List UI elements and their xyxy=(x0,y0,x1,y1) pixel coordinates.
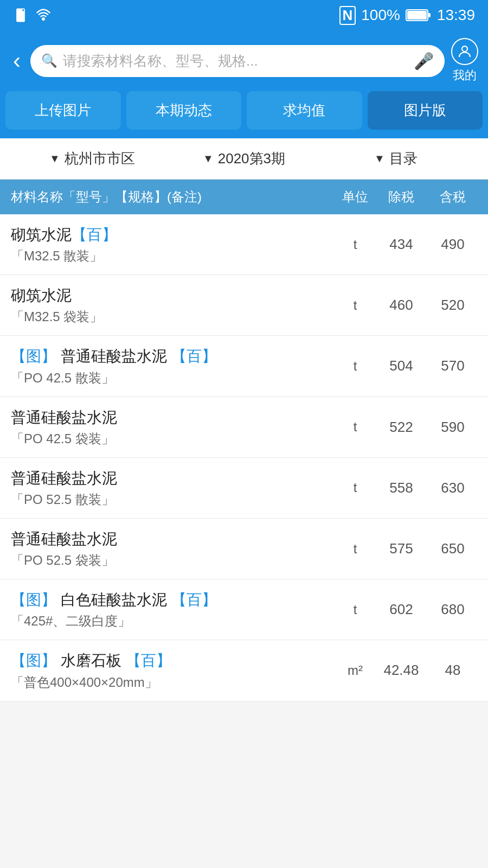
filter-label-period: 2020第3期 xyxy=(218,149,285,168)
filter-item-period[interactable]: ▼2020第3期 xyxy=(168,149,320,168)
row-notax: 602 xyxy=(374,601,428,618)
row-title: 普通硅酸盐水泥 xyxy=(11,468,336,489)
svg-rect-4 xyxy=(407,11,427,20)
row-tax: 490 xyxy=(428,236,477,253)
time-display: 13:39 xyxy=(437,7,475,24)
row-notax: 522 xyxy=(374,419,428,436)
row-content: 砌筑水泥 「M32.5 袋装」 xyxy=(11,285,336,326)
status-right-info: N 100% 13:39 xyxy=(339,6,475,25)
row-subtitle: 「PO 42.5 袋装」 xyxy=(11,430,336,448)
row-unit: t xyxy=(336,419,374,435)
action-buttons-row: 上传图片本期动态求均值图片版 xyxy=(0,91,488,138)
row-unit: t xyxy=(336,602,374,617)
row-tax: 520 xyxy=(428,297,477,314)
back-button[interactable]: ‹ xyxy=(10,49,24,72)
row-tax: 680 xyxy=(428,601,477,618)
filter-row: ▼杭州市市区▼2020第3期▼目录 xyxy=(0,138,488,180)
row-content: 普通硅酸盐水泥 「PO 42.5 袋装」 xyxy=(11,407,336,448)
row-notax: 504 xyxy=(374,358,428,374)
mic-icon[interactable]: 🎤 xyxy=(414,52,434,71)
wifi-icon xyxy=(35,8,52,23)
table-header: 材料名称「型号」【规格】(备注) 单位 除税 含税 xyxy=(0,180,488,214)
row-tax: 570 xyxy=(428,358,477,374)
row-notax: 575 xyxy=(374,540,428,557)
svg-point-5 xyxy=(462,46,467,52)
table-row[interactable]: 普通硅酸盐水泥 「PO 42.5 袋装」 t 522 590 xyxy=(0,397,488,458)
row-unit: t xyxy=(336,298,374,313)
row-title: 【图】 普通硅酸盐水泥 【百】 xyxy=(11,346,336,367)
table-body: 砌筑水泥【百】 「M32.5 散装」 t 434 490 砌筑水泥 「M32.5… xyxy=(0,214,488,701)
col-header-tax: 含税 xyxy=(428,188,477,206)
row-content: 【图】 白色硅酸盐水泥 【百】 「425#、二级白度」 xyxy=(11,589,336,630)
filter-arrow-catalog: ▼ xyxy=(374,152,385,165)
table-row[interactable]: 普通硅酸盐水泥 「PO 52.5 袋装」 t 575 650 xyxy=(0,519,488,579)
row-title: 【图】 白色硅酸盐水泥 【百】 xyxy=(11,589,336,610)
file-icon xyxy=(13,8,28,23)
row-unit: t xyxy=(336,237,374,252)
filter-label-region: 杭州市市区 xyxy=(65,149,135,168)
nfc-icon: N xyxy=(339,6,356,25)
row-subtitle: 「PO 52.5 散装」 xyxy=(11,491,336,508)
table-row[interactable]: 【图】 普通硅酸盐水泥 【百】 「PO 42.5 散装」 t 504 570 xyxy=(0,336,488,397)
filter-label-catalog: 目录 xyxy=(389,149,418,168)
row-title: 砌筑水泥 xyxy=(11,285,336,306)
col-header-name: 材料名称「型号」【规格】(备注) xyxy=(11,188,336,206)
row-content: 普通硅酸盐水泥 「PO 52.5 袋装」 xyxy=(11,528,336,569)
table-row[interactable]: 普通硅酸盐水泥 「PO 52.5 散装」 t 558 630 xyxy=(0,458,488,519)
row-subtitle: 「普色400×400×20mm」 xyxy=(11,674,336,691)
row-notax: 558 xyxy=(374,480,428,496)
profile-label: 我的 xyxy=(453,67,477,84)
action-btn-upload[interactable]: 上传图片 xyxy=(5,91,121,130)
row-unit: t xyxy=(336,541,374,557)
row-content: 【图】 普通硅酸盐水泥 【百】 「PO 42.5 散装」 xyxy=(11,346,336,386)
status-bar: N 100% 13:39 xyxy=(0,0,488,30)
status-left-icons xyxy=(13,8,52,23)
row-unit: t xyxy=(336,480,374,495)
row-title: 砌筑水泥【百】 xyxy=(11,224,336,245)
search-input[interactable]: 请搜索材料名称、型号、规格... xyxy=(63,52,408,71)
row-unit: m² xyxy=(336,663,374,678)
row-content: 砌筑水泥【百】 「M32.5 散装」 xyxy=(11,224,336,265)
filter-item-catalog[interactable]: ▼目录 xyxy=(320,149,472,168)
app-header: ‹ 🔍 请搜索材料名称、型号、规格... 🎤 我的 xyxy=(0,30,488,91)
action-btn-image[interactable]: 图片版 xyxy=(368,91,483,130)
row-subtitle: 「M32.5 散装」 xyxy=(11,247,336,265)
profile-avatar xyxy=(451,38,478,65)
row-subtitle: 「M32.5 袋装」 xyxy=(11,308,336,326)
row-subtitle: 「PO 52.5 袋装」 xyxy=(11,552,336,569)
row-content: 普通硅酸盐水泥 「PO 52.5 散装」 xyxy=(11,468,336,508)
row-notax: 460 xyxy=(374,297,428,314)
row-tax: 650 xyxy=(428,540,477,557)
svg-point-1 xyxy=(42,18,44,20)
table-row[interactable]: 【图】 白色硅酸盐水泥 【百】 「425#、二级白度」 t 602 680 xyxy=(0,579,488,640)
col-header-notax: 除税 xyxy=(374,188,428,206)
table-row[interactable]: 砌筑水泥 「M32.5 袋装」 t 460 520 xyxy=(0,275,488,336)
action-btn-dynamic[interactable]: 本期动态 xyxy=(126,91,242,130)
search-icon: 🔍 xyxy=(41,53,57,68)
profile-button[interactable]: 我的 xyxy=(451,38,478,84)
action-btn-average[interactable]: 求均值 xyxy=(247,91,362,130)
row-title: 普通硅酸盐水泥 xyxy=(11,407,336,428)
search-bar[interactable]: 🔍 请搜索材料名称、型号、规格... 🎤 xyxy=(30,45,445,77)
col-header-unit: 单位 xyxy=(336,188,374,206)
row-tax: 630 xyxy=(428,480,477,496)
row-notax: 434 xyxy=(374,236,428,253)
row-tax: 590 xyxy=(428,419,477,436)
filter-arrow-period: ▼ xyxy=(203,152,214,165)
battery-text: 100% xyxy=(361,7,400,24)
row-content: 【图】 水磨石板 【百】 「普色400×400×20mm」 xyxy=(11,650,336,691)
table-row[interactable]: 砌筑水泥【百】 「M32.5 散装」 t 434 490 xyxy=(0,214,488,275)
filter-arrow-region: ▼ xyxy=(49,152,60,165)
row-tax: 48 xyxy=(428,662,477,679)
row-title: 普通硅酸盐水泥 xyxy=(11,528,336,550)
svg-rect-3 xyxy=(428,13,431,17)
row-notax: 42.48 xyxy=(374,662,428,679)
table-row[interactable]: 【图】 水磨石板 【百】 「普色400×400×20mm」 m² 42.48 4… xyxy=(0,640,488,701)
battery-icon xyxy=(406,8,432,22)
row-title: 【图】 水磨石板 【百】 xyxy=(11,650,336,671)
filter-item-region[interactable]: ▼杭州市市区 xyxy=(16,149,168,168)
row-subtitle: 「PO 42.5 散装」 xyxy=(11,369,336,387)
row-unit: t xyxy=(336,359,374,374)
row-subtitle: 「425#、二级白度」 xyxy=(11,612,336,630)
